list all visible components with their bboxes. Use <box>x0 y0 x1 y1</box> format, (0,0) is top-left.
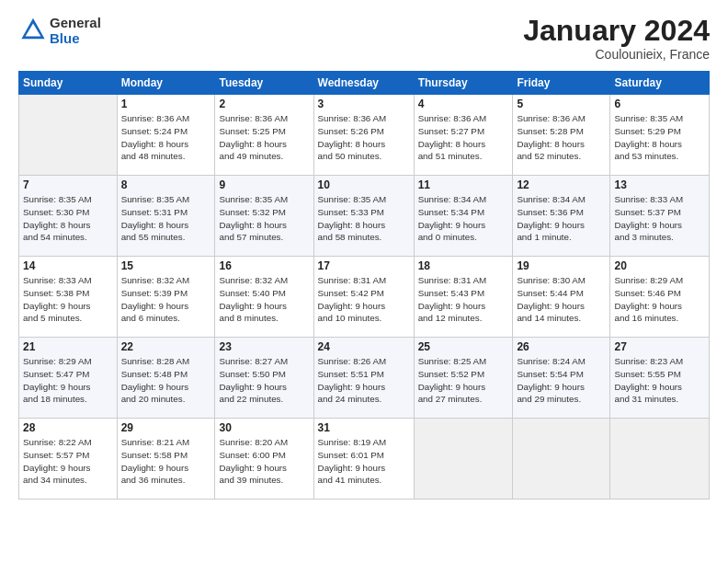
day-info: Sunrise: 8:33 AMSunset: 5:38 PMDaylight:… <box>23 274 113 325</box>
day-info: Sunrise: 8:31 AMSunset: 5:42 PMDaylight:… <box>318 274 410 325</box>
logo-general-text: General <box>50 15 101 30</box>
calendar-table: SundayMondayTuesdayWednesdayThursdayFrid… <box>18 71 710 500</box>
day-number: 30 <box>219 421 309 434</box>
day-info: Sunrise: 8:23 AMSunset: 5:55 PMDaylight:… <box>614 355 705 406</box>
day-number: 8 <box>121 178 211 191</box>
day-number: 23 <box>219 340 309 353</box>
calendar-cell: 12Sunrise: 8:34 AMSunset: 5:36 PMDayligh… <box>513 176 610 257</box>
calendar-cell <box>414 419 513 500</box>
calendar-cell: 18Sunrise: 8:31 AMSunset: 5:43 PMDayligh… <box>414 257 513 338</box>
day-info: Sunrise: 8:35 AMSunset: 5:33 PMDaylight:… <box>318 193 410 244</box>
calendar-cell: 4Sunrise: 8:36 AMSunset: 5:27 PMDaylight… <box>414 95 513 176</box>
calendar-week-2: 7Sunrise: 8:35 AMSunset: 5:30 PMDaylight… <box>19 176 710 257</box>
calendar-cell: 25Sunrise: 8:25 AMSunset: 5:52 PMDayligh… <box>414 338 513 419</box>
day-number: 7 <box>23 178 113 191</box>
day-number: 29 <box>121 421 211 434</box>
day-number: 25 <box>418 340 509 353</box>
day-info: Sunrise: 8:33 AMSunset: 5:37 PMDaylight:… <box>614 193 705 244</box>
calendar-week-1: 1Sunrise: 8:36 AMSunset: 5:24 PMDaylight… <box>19 95 710 176</box>
day-info: Sunrise: 8:21 AMSunset: 5:58 PMDaylight:… <box>121 436 211 487</box>
day-info: Sunrise: 8:20 AMSunset: 6:00 PMDaylight:… <box>219 436 309 487</box>
calendar-cell: 16Sunrise: 8:32 AMSunset: 5:40 PMDayligh… <box>215 257 313 338</box>
day-info: Sunrise: 8:35 AMSunset: 5:30 PMDaylight:… <box>23 193 113 244</box>
day-info: Sunrise: 8:29 AMSunset: 5:47 PMDaylight:… <box>23 355 113 406</box>
day-info: Sunrise: 8:35 AMSunset: 5:31 PMDaylight:… <box>121 193 211 244</box>
day-number: 24 <box>318 340 410 353</box>
calendar-cell <box>610 419 710 500</box>
day-header-tuesday: Tuesday <box>215 72 313 95</box>
day-info: Sunrise: 8:36 AMSunset: 5:27 PMDaylight:… <box>418 112 509 163</box>
day-header-saturday: Saturday <box>610 72 710 95</box>
calendar-cell: 15Sunrise: 8:32 AMSunset: 5:39 PMDayligh… <box>117 257 215 338</box>
day-info: Sunrise: 8:36 AMSunset: 5:26 PMDaylight:… <box>318 112 410 163</box>
day-number: 16 <box>219 259 309 272</box>
day-number: 21 <box>23 340 113 353</box>
day-number: 6 <box>614 98 705 110</box>
day-info: Sunrise: 8:30 AMSunset: 5:44 PMDaylight:… <box>517 274 606 325</box>
calendar-cell: 13Sunrise: 8:33 AMSunset: 5:37 PMDayligh… <box>610 176 710 257</box>
calendar-cell: 31Sunrise: 8:19 AMSunset: 6:01 PMDayligh… <box>313 419 414 500</box>
day-header-friday: Friday <box>513 72 610 95</box>
day-info: Sunrise: 8:36 AMSunset: 5:24 PMDaylight:… <box>121 112 211 163</box>
day-info: Sunrise: 8:19 AMSunset: 6:01 PMDaylight:… <box>318 436 410 487</box>
day-number: 3 <box>318 98 410 110</box>
day-info: Sunrise: 8:25 AMSunset: 5:52 PMDaylight:… <box>418 355 509 406</box>
day-header-sunday: Sunday <box>19 72 118 95</box>
day-number: 4 <box>418 98 509 110</box>
calendar-cell: 26Sunrise: 8:24 AMSunset: 5:54 PMDayligh… <box>513 338 610 419</box>
day-number: 2 <box>219 98 309 110</box>
calendar-cell: 10Sunrise: 8:35 AMSunset: 5:33 PMDayligh… <box>313 176 414 257</box>
calendar-cell: 2Sunrise: 8:36 AMSunset: 5:25 PMDaylight… <box>215 95 313 176</box>
calendar-cell: 28Sunrise: 8:22 AMSunset: 5:57 PMDayligh… <box>19 419 118 500</box>
day-header-monday: Monday <box>117 72 215 95</box>
day-number: 5 <box>517 98 606 110</box>
calendar-week-5: 28Sunrise: 8:22 AMSunset: 5:57 PMDayligh… <box>19 419 710 500</box>
day-number: 12 <box>517 178 606 191</box>
calendar-cell: 14Sunrise: 8:33 AMSunset: 5:38 PMDayligh… <box>19 257 118 338</box>
day-info: Sunrise: 8:28 AMSunset: 5:48 PMDaylight:… <box>121 355 211 406</box>
calendar-cell: 27Sunrise: 8:23 AMSunset: 5:55 PMDayligh… <box>610 338 710 419</box>
day-number: 28 <box>23 421 113 434</box>
day-number: 11 <box>418 178 509 191</box>
day-info: Sunrise: 8:35 AMSunset: 5:32 PMDaylight:… <box>219 193 309 244</box>
calendar-cell: 5Sunrise: 8:36 AMSunset: 5:28 PMDaylight… <box>513 95 610 176</box>
calendar-cell: 24Sunrise: 8:26 AMSunset: 5:51 PMDayligh… <box>313 338 414 419</box>
calendar-cell: 6Sunrise: 8:35 AMSunset: 5:29 PMDaylight… <box>610 95 710 176</box>
calendar-cell: 17Sunrise: 8:31 AMSunset: 5:42 PMDayligh… <box>313 257 414 338</box>
logo: General Blue <box>18 15 101 46</box>
calendar-cell: 30Sunrise: 8:20 AMSunset: 6:00 PMDayligh… <box>215 419 313 500</box>
calendar-cell: 1Sunrise: 8:36 AMSunset: 5:24 PMDaylight… <box>117 95 215 176</box>
calendar-cell: 21Sunrise: 8:29 AMSunset: 5:47 PMDayligh… <box>19 338 118 419</box>
day-info: Sunrise: 8:27 AMSunset: 5:50 PMDaylight:… <box>219 355 309 406</box>
day-number: 1 <box>121 98 211 110</box>
day-number: 18 <box>418 259 509 272</box>
day-info: Sunrise: 8:34 AMSunset: 5:34 PMDaylight:… <box>418 193 509 244</box>
calendar-cell <box>19 95 118 176</box>
day-header-wednesday: Wednesday <box>313 72 414 95</box>
day-number: 22 <box>121 340 211 353</box>
day-info: Sunrise: 8:34 AMSunset: 5:36 PMDaylight:… <box>517 193 606 244</box>
day-info: Sunrise: 8:36 AMSunset: 5:25 PMDaylight:… <box>219 112 309 163</box>
day-number: 14 <box>23 259 113 272</box>
day-info: Sunrise: 8:26 AMSunset: 5:51 PMDaylight:… <box>318 355 410 406</box>
day-number: 19 <box>517 259 606 272</box>
day-info: Sunrise: 8:32 AMSunset: 5:39 PMDaylight:… <box>121 274 211 325</box>
calendar-week-4: 21Sunrise: 8:29 AMSunset: 5:47 PMDayligh… <box>19 338 710 419</box>
day-info: Sunrise: 8:32 AMSunset: 5:40 PMDaylight:… <box>219 274 309 325</box>
day-info: Sunrise: 8:35 AMSunset: 5:29 PMDaylight:… <box>614 112 705 163</box>
day-number: 17 <box>318 259 410 272</box>
day-number: 20 <box>614 259 705 272</box>
page-title: January 2024 <box>523 15 710 47</box>
day-info: Sunrise: 8:24 AMSunset: 5:54 PMDaylight:… <box>517 355 606 406</box>
calendar-cell: 8Sunrise: 8:35 AMSunset: 5:31 PMDaylight… <box>117 176 215 257</box>
calendar-cell: 22Sunrise: 8:28 AMSunset: 5:48 PMDayligh… <box>117 338 215 419</box>
day-number: 15 <box>121 259 211 272</box>
calendar-cell: 20Sunrise: 8:29 AMSunset: 5:46 PMDayligh… <box>610 257 710 338</box>
day-header-thursday: Thursday <box>414 72 513 95</box>
calendar-cell: 7Sunrise: 8:35 AMSunset: 5:30 PMDaylight… <box>19 176 118 257</box>
calendar-cell: 11Sunrise: 8:34 AMSunset: 5:34 PMDayligh… <box>414 176 513 257</box>
calendar-cell: 29Sunrise: 8:21 AMSunset: 5:58 PMDayligh… <box>117 419 215 500</box>
day-info: Sunrise: 8:36 AMSunset: 5:28 PMDaylight:… <box>517 112 606 163</box>
page: General Blue January 2024 Coulounieix, F… <box>0 0 728 563</box>
calendar-cell: 19Sunrise: 8:30 AMSunset: 5:44 PMDayligh… <box>513 257 610 338</box>
